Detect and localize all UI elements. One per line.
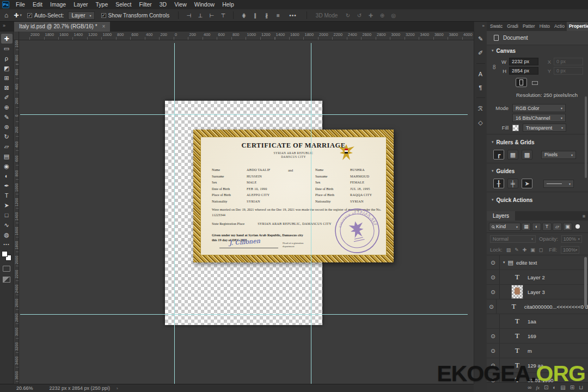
lock-all-icon[interactable]: ◻ bbox=[539, 247, 543, 253]
move-tool[interactable]: ✚ bbox=[1, 34, 13, 44]
auto-select-mode-dropdown[interactable]: Layer ▾ bbox=[68, 11, 94, 20]
layer-row[interactable]: T1aa bbox=[487, 314, 588, 329]
layers-scrollbar[interactable] bbox=[584, 257, 587, 307]
menu-file[interactable]: File bbox=[12, 0, 29, 9]
healing-brush-tool[interactable]: ⊕ bbox=[1, 102, 13, 112]
character-panel-icon[interactable]: A bbox=[479, 71, 482, 77]
lock-paint-icon[interactable]: ✎ bbox=[514, 247, 519, 253]
glyphs-panel-icon[interactable]: ℛ bbox=[478, 105, 483, 112]
visibility-toggle[interactable] bbox=[487, 314, 500, 328]
chevron-down-icon[interactable]: ▾ bbox=[503, 260, 505, 265]
smart-guides-toggle-icon[interactable]: ╪ bbox=[507, 179, 518, 188]
visibility-toggle[interactable]: ⊙ bbox=[487, 255, 500, 270]
menu-type[interactable]: Type bbox=[91, 0, 112, 9]
zoom-tool[interactable]: ◍ bbox=[1, 230, 13, 240]
distribute-vertical-icon[interactable]: ∥ bbox=[250, 13, 260, 19]
properties-scrollbar[interactable] bbox=[585, 96, 587, 178]
lasso-tool[interactable]: ρ bbox=[1, 53, 13, 63]
menu-filter[interactable]: Filter bbox=[135, 0, 155, 9]
auto-select-checkbox[interactable]: ✓ bbox=[27, 13, 32, 18]
menu-window[interactable]: Window bbox=[191, 0, 218, 9]
lock-artboard-icon[interactable]: ▣ bbox=[530, 247, 535, 253]
path-selection-tool[interactable]: ➤ bbox=[1, 200, 13, 210]
landscape-orientation-button[interactable] bbox=[530, 78, 540, 88]
distribute-top-icon[interactable]: ⋕ bbox=[239, 13, 248, 19]
fill-swatch[interactable] bbox=[512, 125, 519, 131]
menu-help[interactable]: Help bbox=[218, 0, 238, 9]
align-center-horizontal-icon[interactable]: ⊥ bbox=[195, 13, 205, 19]
show-transform-checkbox[interactable]: ✓ bbox=[101, 13, 106, 18]
distribute-horizontal-icon[interactable]: ≡ bbox=[273, 13, 283, 19]
home-icon[interactable]: ⌂ bbox=[4, 11, 8, 19]
horizontal-guide[interactable] bbox=[20, 314, 468, 315]
panel-tab-swatc[interactable]: Swatc bbox=[488, 22, 505, 31]
color-mode-dropdown[interactable]: RGB Color▾ bbox=[512, 104, 566, 112]
visibility-toggle[interactable]: ⊙ bbox=[487, 270, 500, 284]
units-dropdown[interactable]: Pixels▾ bbox=[541, 151, 576, 159]
kind-filter-dropdown[interactable]: Kind ▾ bbox=[489, 223, 520, 231]
move-tool-icon[interactable]: ✚ bbox=[14, 12, 19, 19]
status-chevron-icon[interactable]: › bbox=[117, 386, 118, 391]
toolbar-expand-icon[interactable]: » bbox=[3, 23, 5, 28]
grid-toggle-icon[interactable]: ▦ bbox=[507, 150, 518, 160]
panel-menu-icon[interactable]: ≡ bbox=[583, 213, 585, 219]
adjustment-filter-icon[interactable]: ◐ bbox=[532, 223, 541, 231]
frame-tool[interactable]: ⊠ bbox=[1, 83, 13, 93]
3d-panel-icon[interactable]: ◇ bbox=[478, 119, 482, 126]
more-tools-button[interactable]: ••• bbox=[0, 242, 13, 247]
vertical-guide[interactable] bbox=[174, 43, 175, 384]
lock-transparency-icon[interactable]: ▨ bbox=[506, 247, 511, 253]
horizontal-ruler[interactable]: 2000180016001400120010008006004002000200… bbox=[19, 32, 474, 40]
layer-row[interactable]: ⊙Tcita0000000...<<<<<<<<0 d bbox=[487, 299, 588, 314]
screen-mode-button[interactable] bbox=[3, 277, 10, 283]
smart-object-filter-icon[interactable]: ▣ bbox=[563, 223, 572, 231]
visibility-toggle[interactable]: ⊙ bbox=[487, 299, 497, 314]
history-brush-tool[interactable]: ↻ bbox=[1, 132, 13, 142]
document-tab[interactable]: Italy id.psd @ 20.7% (RGB/16) * × bbox=[14, 22, 110, 32]
zoom-level-field[interactable]: 20.66% bbox=[16, 385, 33, 391]
clone-stamp-tool[interactable]: ⊛ bbox=[1, 122, 13, 132]
height-input[interactable]: 2854 px bbox=[509, 67, 538, 75]
panel-tab-gradi[interactable]: Gradi bbox=[505, 22, 520, 31]
layer-row[interactable]: ⊙▾▤edite text bbox=[487, 255, 588, 270]
fill-dropdown[interactable]: Transparent▾ bbox=[523, 124, 566, 132]
brush-tool[interactable]: ✎ bbox=[1, 112, 13, 122]
menu-image[interactable]: Image bbox=[46, 0, 70, 9]
align-left-icon[interactable]: ⊣ bbox=[184, 13, 193, 19]
pixel-grid-toggle-icon[interactable]: ▩ bbox=[522, 150, 532, 160]
menu-edit[interactable]: Edit bbox=[29, 0, 46, 9]
layer-row[interactable]: ⊙TLayer 2 bbox=[487, 270, 588, 285]
dodge-tool[interactable]: ◐ bbox=[1, 171, 13, 181]
pen-tool[interactable]: ✒ bbox=[1, 181, 13, 191]
visibility-toggle[interactable]: ⊙ bbox=[487, 329, 500, 343]
edit-guides-icon[interactable]: ➤ bbox=[522, 179, 532, 188]
canvas-viewport[interactable]: CERTIFICATE OF MARRIAGE SYRIAN ARAB REPU… bbox=[19, 40, 474, 384]
filter-toggle[interactable] bbox=[575, 224, 580, 229]
guide-style-dropdown[interactable]: ▾ bbox=[543, 180, 574, 188]
type-filter-icon[interactable]: T bbox=[542, 223, 552, 231]
color-swatches[interactable] bbox=[2, 251, 11, 261]
shape-filter-icon[interactable]: ▱ bbox=[553, 223, 562, 231]
eraser-tool[interactable]: ▱ bbox=[1, 142, 13, 151]
layer-row[interactable]: ⊙T169 bbox=[487, 329, 588, 344]
align-top-icon[interactable]: ⊤ bbox=[218, 13, 228, 19]
quick-mask-button[interactable] bbox=[3, 266, 10, 272]
eyedropper-tool[interactable]: ✐ bbox=[1, 93, 13, 102]
layer-row[interactable]: ⊙Tm bbox=[487, 344, 588, 358]
visibility-toggle[interactable]: ⊙ bbox=[487, 344, 500, 358]
pixel-filter-icon[interactable]: ▦ bbox=[522, 223, 531, 231]
marquee-tool[interactable]: ▭ bbox=[1, 44, 13, 53]
gradient-tool[interactable]: ▤ bbox=[1, 151, 13, 161]
quick-actions-section-header[interactable]: ▾ Quick Actions bbox=[487, 194, 588, 205]
bit-depth-dropdown[interactable]: 16 Bits/Channel▾ bbox=[512, 114, 566, 122]
guides-section-header[interactable]: ▾ Guides bbox=[487, 166, 588, 176]
crop-tool[interactable]: ⊞ bbox=[1, 73, 13, 83]
align-right-icon[interactable]: ⊢ bbox=[207, 13, 216, 19]
panel-tab-properties[interactable]: Properties bbox=[567, 22, 588, 31]
foreground-color-swatch[interactable] bbox=[2, 251, 8, 257]
rectangle-tool[interactable]: □ bbox=[1, 210, 13, 220]
layer-row[interactable]: ⊙Layer 3 bbox=[487, 285, 588, 299]
tool-preset-caret-icon[interactable]: ▾ bbox=[20, 13, 22, 17]
close-icon[interactable]: × bbox=[102, 22, 106, 32]
distribute-bottom-icon[interactable]: ∦ bbox=[262, 13, 271, 19]
